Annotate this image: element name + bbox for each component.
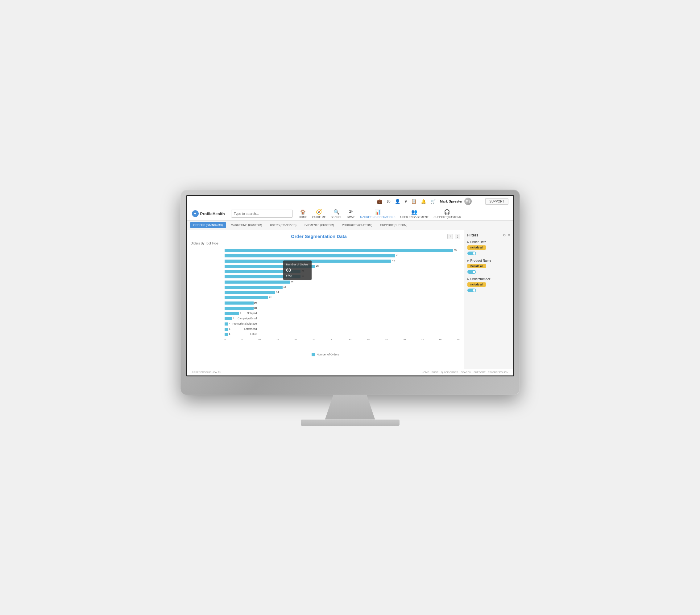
tab-marketing-custom[interactable]: MARKETING (CUSTOM) (227, 222, 265, 228)
nav-guide[interactable]: 🧭 GUIDE ME (312, 209, 326, 219)
cart-amount: $0 (387, 200, 390, 203)
tab-users-standard[interactable]: USERS(STANDARD) (266, 222, 300, 228)
filter-product-name-toggle[interactable] (467, 270, 476, 274)
clipboard-icon[interactable]: 📋 (411, 199, 416, 204)
bar-track: 46 (225, 259, 460, 262)
nav-user-engagement-label: USER ENGAGEMENT (400, 216, 429, 219)
nav-marketing[interactable]: 📊 MARKETING OPERATIONS (360, 209, 395, 219)
bar-fill (225, 270, 301, 273)
chart-legend: Number of Orders (191, 353, 460, 356)
tab-orders-standard[interactable]: ORDERS (STANDARD) (190, 222, 226, 228)
footer-link-search[interactable]: SEARCH (461, 371, 471, 374)
monitor-base (301, 420, 400, 426)
main-content: Order Segmentation Data ℹ ⋮ Orders By To… (187, 230, 513, 369)
filter-order-date-badge[interactable]: Include all (467, 245, 486, 250)
filter-order-number-toggle[interactable] (467, 289, 476, 292)
chart-more-button[interactable]: ⋮ (455, 234, 460, 239)
nav-home[interactable]: 🏠 HOME (299, 209, 307, 219)
bar-row: Email21 (225, 269, 460, 273)
chart-header: Order Segmentation Data ℹ ⋮ (191, 234, 460, 239)
page-footer: © 2022 PROFILE HEALTH HOME SHOP QUICK OR… (187, 369, 513, 375)
bar-row: Promotional,Signage1 (225, 321, 460, 326)
logo-text: ProfileHealth (200, 212, 225, 216)
chart-subtitle: Orders By Tool Type (191, 242, 460, 245)
filter-order-date-header[interactable]: ▶ Order Date (467, 241, 510, 244)
avatar: MS (464, 197, 472, 205)
bar-row: Notepad4 (225, 311, 460, 315)
x-tick: 10 (258, 338, 261, 341)
logo: + ProfileHealth (192, 210, 225, 217)
bar-row: Brochure,Guide18 (225, 280, 460, 284)
x-tick: 35 (349, 338, 351, 341)
nav-search[interactable]: 🔍 SEARCH (331, 209, 342, 219)
nav-user-engagement[interactable]: 👥 USER ENGAGEMENT (400, 209, 429, 219)
nav-marketing-label: MARKETING OPERATIONS (360, 216, 395, 219)
bar-track: 63 (225, 249, 460, 252)
legend-label: Number of Orders (316, 353, 339, 356)
bar-fill (225, 281, 290, 284)
bar-row: Campaign,Email2 (225, 316, 460, 321)
bar-chart: Number of Orders 63 Flyer Flyer63Promoti… (191, 248, 460, 350)
nav-shop[interactable]: 🛍 SHOP (347, 209, 355, 218)
nav-guide-label: GUIDE ME (312, 216, 326, 219)
user-icon[interactable]: 👤 (395, 199, 400, 204)
filter-order-date-toggle[interactable] (467, 252, 476, 255)
chart-controls: ℹ ⋮ (447, 234, 460, 239)
bar-track: 18 (225, 281, 460, 284)
bar-track: 25 (225, 265, 460, 268)
tab-products-custom[interactable]: PRODUCTS (CUSTOM) (339, 222, 376, 228)
nav-support-custom[interactable]: 🎧 SUPPORT(CUSTOM) (434, 209, 461, 219)
bell-icon[interactable]: 🔔 (421, 199, 426, 204)
bar-value: 12 (269, 296, 466, 299)
user-name: Mark Sprester (440, 200, 462, 203)
heart-icon[interactable]: ♥ (404, 199, 407, 204)
bar-track: 1 (225, 333, 460, 336)
footer-link-support[interactable]: SUPPORT (474, 371, 486, 374)
search-input[interactable] (231, 210, 293, 218)
nav-search-label: SEARCH (331, 216, 342, 219)
shop-icon: 🛍 (349, 209, 353, 215)
footer-link-quick-order[interactable]: QUICK ORDER (441, 371, 458, 374)
bar-fill (225, 302, 253, 305)
app: 💼 $0 👤 ♥ 📋 🔔 🛒 Mark Sprester MS SUPPORT (187, 196, 513, 375)
filter-group-order-date: ▶ Order Date Include all (467, 241, 510, 255)
bar-fill (225, 317, 232, 320)
filters-reset-button[interactable]: ↺ (503, 233, 506, 238)
bar-value: 21 (301, 270, 465, 272)
filter-order-number-label: OrderNumber (471, 278, 490, 281)
footer-links: HOME SHOP QUICK ORDER SEARCH SUPPORT PRI… (422, 371, 509, 374)
nav-bar: + ProfileHealth 🏠 HOME 🧭 GUIDE (187, 207, 513, 221)
chart-area: Order Segmentation Data ℹ ⋮ Orders By To… (187, 230, 464, 369)
chart-title: Order Segmentation Data (191, 234, 447, 239)
filter-order-number-badge[interactable]: Include all (467, 282, 486, 287)
chart-info-button[interactable]: ℹ (447, 234, 453, 239)
nav-shop-label: SHOP (347, 215, 355, 218)
x-tick: 30 (330, 338, 333, 341)
bar-value: 1 (229, 322, 465, 325)
bar-row: Brochure21 (225, 274, 460, 279)
cart-icon[interactable]: 🛒 (430, 199, 436, 204)
bar-value: 2 (233, 317, 466, 320)
support-button[interactable]: SUPPORT (485, 198, 508, 205)
tab-support-custom[interactable]: SUPPORT(CUSTOM) (377, 222, 411, 228)
footer-link-shop[interactable]: SHOP (432, 371, 439, 374)
filter-order-number-header[interactable]: ▶ OrderNumber (467, 278, 510, 281)
x-axis: 05101520253035404550556065 (225, 338, 460, 341)
bar-fill (225, 265, 315, 268)
nav-support-custom-label: SUPPORT(CUSTOM) (434, 216, 461, 219)
logo-bold: Health (213, 212, 225, 216)
bar-value: 8 (254, 301, 466, 304)
user-menu[interactable]: Mark Sprester MS (440, 197, 472, 205)
footer-link-home[interactable]: HOME (422, 371, 429, 374)
filters-panel: Filters ↺ ≡ ▶ Order Date Include al (464, 230, 513, 369)
filter-product-name-header[interactable]: ▶ Product Name (467, 259, 510, 262)
filter-product-name-badge[interactable]: Include all (467, 264, 486, 268)
footer-link-privacy[interactable]: PRIVACY POLICY (488, 371, 509, 374)
x-tick: 40 (367, 338, 370, 341)
x-tick: 5 (241, 338, 242, 341)
filter-group-order-number: ▶ OrderNumber Include all (467, 278, 510, 292)
tab-payments-custom[interactable]: PAYMENTS (CUSTOM) (301, 222, 338, 228)
bar-track: 12 (225, 296, 460, 299)
bar-row: Promotional47 (225, 253, 460, 258)
filters-menu-button[interactable]: ≡ (508, 233, 510, 238)
